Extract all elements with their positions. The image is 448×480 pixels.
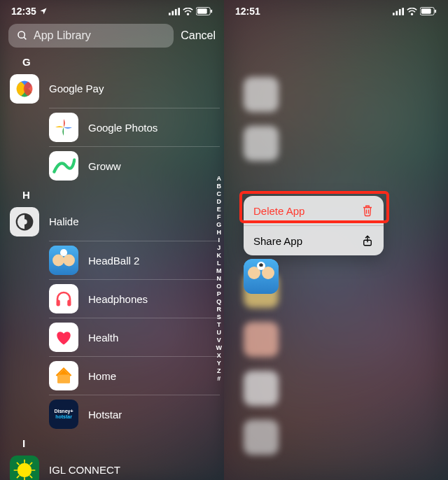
app-row[interactable]: Health (49, 318, 220, 356)
blurred-app-icon (244, 126, 279, 161)
menu-delete-app[interactable]: Delete App (244, 196, 384, 225)
app-label: Groww (88, 160, 121, 172)
svg-line-26 (30, 462, 32, 464)
app-label: Google Pay (49, 83, 104, 94)
svg-rect-2 (175, 8, 177, 15)
app-row[interactable]: Google Pay (10, 69, 220, 108)
app-row[interactable]: Google Photos (49, 108, 220, 146)
app-row[interactable]: Groww (49, 146, 220, 185)
status-bar: 12:35 (0, 0, 224, 20)
menu-label: Share App (253, 235, 302, 247)
index-letter[interactable]: W (216, 344, 223, 352)
app-label: Home (88, 370, 116, 382)
svg-line-9 (24, 37, 26, 39)
svg-rect-1 (172, 10, 174, 15)
index-letter[interactable]: J (216, 244, 223, 252)
index-letter[interactable]: K (216, 252, 223, 260)
cellular-icon (393, 8, 404, 15)
battery-icon (420, 7, 437, 15)
app-icon (49, 113, 78, 142)
svg-rect-6 (197, 8, 207, 13)
index-letter[interactable]: P (216, 290, 223, 298)
svg-point-8 (18, 31, 24, 38)
index-letter[interactable]: A (216, 175, 223, 183)
blurred-app-icon (244, 322, 279, 357)
app-list[interactable]: GGoogle PayGoogle PhotosGrowwHHalideHead… (0, 52, 224, 480)
status-time: 12:35 (11, 6, 36, 17)
index-letter[interactable]: U (216, 329, 223, 337)
index-letter[interactable]: O (216, 283, 223, 290)
index-letter[interactable]: F (216, 213, 223, 221)
index-letter[interactable]: N (216, 275, 223, 283)
svg-point-32 (412, 13, 413, 15)
search-input[interactable]: App Library (8, 24, 174, 48)
index-letter[interactable]: C (216, 190, 223, 198)
context-menu: Delete App Share App (244, 196, 384, 255)
index-letter[interactable]: L (216, 260, 223, 267)
section-header: H (10, 185, 220, 202)
share-icon (361, 234, 374, 247)
app-label: Google Photos (88, 122, 158, 134)
index-letter[interactable]: H (216, 229, 223, 237)
menu-share-app[interactable]: Share App (244, 225, 384, 255)
index-letter[interactable]: # (216, 375, 223, 383)
app-row[interactable]: Disney+hotstarHotstar (49, 395, 220, 433)
app-row[interactable]: Halide (10, 202, 220, 241)
search-row: App Library Cancel (0, 20, 224, 52)
context-menu-screen: 12:51 (224, 0, 448, 480)
index-letter[interactable]: V (216, 337, 223, 344)
index-letter[interactable]: E (216, 206, 223, 213)
index-letter[interactable]: T (216, 321, 223, 329)
app-icon (49, 323, 78, 352)
blurred-app-icon (244, 371, 279, 406)
svg-rect-18 (57, 375, 70, 383)
svg-rect-31 (402, 8, 404, 15)
svg-line-24 (17, 462, 19, 464)
index-letter[interactable]: Q (216, 298, 223, 306)
cellular-icon (169, 8, 180, 15)
index-letter[interactable]: M (216, 267, 223, 275)
index-letter[interactable]: Z (216, 367, 223, 375)
index-letter[interactable]: S (216, 313, 223, 321)
trash-icon (361, 204, 374, 217)
svg-rect-29 (396, 10, 398, 15)
blurred-app-icon (244, 77, 279, 112)
alphabet-index[interactable]: ABCDEFGHIJKLMNOPQRSTUVWXYZ# (216, 175, 223, 383)
index-letter[interactable]: G (216, 221, 223, 229)
index-letter[interactable]: X (216, 352, 223, 360)
index-letter[interactable]: D (216, 198, 223, 206)
app-row[interactable]: IGL CONNECT (10, 451, 220, 480)
app-row[interactable]: Headphones (49, 279, 220, 318)
svg-point-14 (63, 255, 75, 267)
app-icon (49, 361, 78, 390)
app-label: Halide (49, 216, 79, 227)
index-letter[interactable]: B (216, 183, 223, 190)
app-icon (10, 207, 39, 237)
svg-point-19 (18, 463, 31, 477)
app-row[interactable]: HeadBall 2 (49, 241, 220, 279)
svg-line-25 (30, 475, 32, 477)
cancel-button[interactable]: Cancel (181, 29, 216, 42)
svg-line-27 (17, 475, 19, 477)
svg-rect-35 (435, 10, 436, 13)
svg-rect-7 (211, 10, 212, 13)
index-letter[interactable]: I (216, 237, 223, 244)
app-label: IGL CONNECT (49, 464, 120, 476)
app-icon (49, 151, 78, 181)
index-letter[interactable]: Y (216, 360, 223, 367)
app-row[interactable]: Home (49, 356, 220, 395)
svg-point-4 (188, 13, 189, 15)
app-icon (49, 284, 78, 313)
battery-icon (196, 7, 213, 15)
svg-point-13 (52, 255, 64, 267)
status-bar: 12:51 (224, 0, 448, 20)
app-label: Health (88, 332, 118, 344)
svg-point-15 (60, 249, 67, 256)
wifi-icon (183, 8, 193, 15)
svg-rect-16 (57, 300, 60, 306)
index-letter[interactable]: R (216, 306, 223, 313)
svg-rect-0 (169, 13, 171, 15)
app-icon (10, 74, 39, 104)
target-app-icon[interactable] (244, 259, 279, 294)
svg-rect-17 (67, 300, 71, 306)
